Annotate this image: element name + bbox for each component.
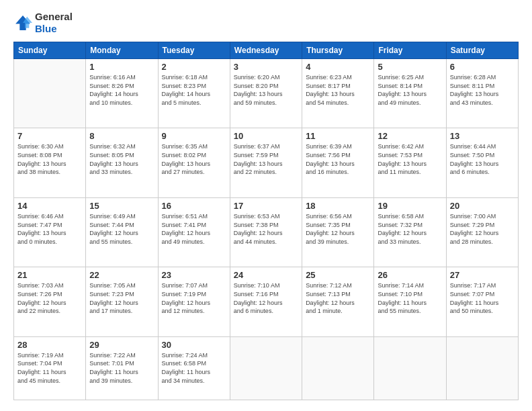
day-info: Sunrise: 6:32 AMSunset: 8:05 PMDaylight:… [89, 142, 154, 176]
day-number: 16 [162, 201, 226, 211]
day-number: 14 [17, 201, 82, 211]
day-cell: 20Sunrise: 7:00 AMSunset: 7:29 PMDayligh… [446, 197, 518, 267]
day-info: Sunrise: 6:30 AMSunset: 8:08 PMDaylight:… [17, 142, 82, 176]
day-cell [14, 59, 86, 128]
calendar-table: SundayMondayTuesdayWednesdayThursdayFrid… [13, 42, 519, 400]
weekday-header-row: SundayMondayTuesdayWednesdayThursdayFrid… [14, 42, 519, 59]
day-cell: 30Sunrise: 7:24 AMSunset: 6:58 PMDayligh… [158, 336, 230, 400]
day-cell: 12Sunrise: 6:42 AMSunset: 7:53 PMDayligh… [374, 128, 446, 197]
day-number: 22 [89, 270, 154, 280]
day-number: 9 [162, 131, 226, 141]
day-number: 17 [234, 201, 298, 211]
day-info: Sunrise: 6:58 AMSunset: 7:32 PMDaylight:… [378, 212, 442, 246]
weekday-header-friday: Friday [374, 42, 446, 59]
day-cell: 2Sunrise: 6:18 AMSunset: 8:23 PMDaylight… [158, 59, 230, 128]
day-number: 26 [378, 270, 442, 280]
day-info: Sunrise: 6:51 AMSunset: 7:41 PMDaylight:… [162, 212, 226, 246]
day-info: Sunrise: 6:18 AMSunset: 8:23 PMDaylight:… [162, 73, 226, 107]
day-cell: 7Sunrise: 6:30 AMSunset: 8:08 PMDaylight… [14, 128, 86, 197]
day-cell [374, 336, 446, 400]
day-info: Sunrise: 7:03 AMSunset: 7:26 PMDaylight:… [17, 281, 82, 315]
day-info: Sunrise: 6:16 AMSunset: 8:26 PMDaylight:… [89, 73, 154, 107]
weekday-header-tuesday: Tuesday [158, 42, 230, 59]
day-cell: 6Sunrise: 6:28 AMSunset: 8:11 PMDaylight… [446, 59, 518, 128]
day-cell: 27Sunrise: 7:17 AMSunset: 7:07 PMDayligh… [446, 267, 518, 336]
page: General Blue SundayMondayTuesdayWednesda… [0, 0, 532, 411]
day-cell: 9Sunrise: 6:35 AMSunset: 8:02 PMDaylight… [158, 128, 230, 197]
day-number: 24 [234, 270, 298, 280]
day-cell [446, 336, 518, 400]
day-number: 28 [17, 340, 82, 350]
day-number: 12 [378, 131, 442, 141]
weekday-header-sunday: Sunday [14, 42, 86, 59]
day-info: Sunrise: 6:44 AMSunset: 7:50 PMDaylight:… [450, 142, 515, 176]
day-info: Sunrise: 7:14 AMSunset: 7:10 PMDaylight:… [378, 281, 442, 315]
logo: General Blue [13, 11, 73, 35]
logo-icon [13, 13, 32, 32]
day-info: Sunrise: 7:12 AMSunset: 7:13 PMDaylight:… [306, 281, 370, 315]
week-row-3: 21Sunrise: 7:03 AMSunset: 7:26 PMDayligh… [14, 267, 519, 336]
day-info: Sunrise: 7:19 AMSunset: 7:04 PMDaylight:… [17, 351, 82, 385]
logo-text: General Blue [35, 11, 73, 35]
day-number: 15 [89, 201, 154, 211]
day-number: 5 [378, 62, 442, 72]
day-cell: 23Sunrise: 7:07 AMSunset: 7:19 PMDayligh… [158, 267, 230, 336]
day-number: 21 [17, 270, 82, 280]
day-cell: 10Sunrise: 6:37 AMSunset: 7:59 PMDayligh… [230, 128, 302, 197]
day-cell: 16Sunrise: 6:51 AMSunset: 7:41 PMDayligh… [158, 197, 230, 267]
day-cell: 11Sunrise: 6:39 AMSunset: 7:56 PMDayligh… [302, 128, 374, 197]
week-row-1: 7Sunrise: 6:30 AMSunset: 8:08 PMDaylight… [14, 128, 519, 197]
day-cell: 13Sunrise: 6:44 AMSunset: 7:50 PMDayligh… [446, 128, 518, 197]
day-info: Sunrise: 6:20 AMSunset: 8:20 PMDaylight:… [234, 73, 298, 107]
day-info: Sunrise: 6:46 AMSunset: 7:47 PMDaylight:… [17, 212, 82, 246]
day-cell: 5Sunrise: 6:25 AMSunset: 8:14 PMDaylight… [374, 59, 446, 128]
day-info: Sunrise: 6:37 AMSunset: 7:59 PMDaylight:… [234, 142, 298, 176]
day-info: Sunrise: 6:39 AMSunset: 7:56 PMDaylight:… [306, 142, 370, 176]
day-number: 29 [89, 340, 154, 350]
day-number: 7 [17, 131, 82, 141]
day-cell [302, 336, 374, 400]
day-info: Sunrise: 7:07 AMSunset: 7:19 PMDaylight:… [162, 281, 226, 315]
day-info: Sunrise: 6:56 AMSunset: 7:35 PMDaylight:… [306, 212, 370, 246]
day-info: Sunrise: 7:05 AMSunset: 7:23 PMDaylight:… [89, 281, 154, 315]
day-cell: 26Sunrise: 7:14 AMSunset: 7:10 PMDayligh… [374, 267, 446, 336]
day-info: Sunrise: 7:24 AMSunset: 6:58 PMDaylight:… [162, 351, 226, 385]
day-number: 2 [162, 62, 226, 72]
day-number: 18 [306, 201, 370, 211]
day-number: 13 [450, 131, 515, 141]
day-number: 8 [89, 131, 154, 141]
day-number: 11 [306, 131, 370, 141]
day-cell: 14Sunrise: 6:46 AMSunset: 7:47 PMDayligh… [14, 197, 86, 267]
day-cell: 4Sunrise: 6:23 AMSunset: 8:17 PMDaylight… [302, 59, 374, 128]
day-info: Sunrise: 6:25 AMSunset: 8:14 PMDaylight:… [378, 73, 442, 107]
day-cell: 28Sunrise: 7:19 AMSunset: 7:04 PMDayligh… [14, 336, 86, 400]
day-number: 4 [306, 62, 370, 72]
day-number: 20 [450, 201, 515, 211]
day-cell: 19Sunrise: 6:58 AMSunset: 7:32 PMDayligh… [374, 197, 446, 267]
day-cell: 29Sunrise: 7:22 AMSunset: 7:01 PMDayligh… [86, 336, 158, 400]
day-info: Sunrise: 7:22 AMSunset: 7:01 PMDaylight:… [89, 351, 154, 385]
header: General Blue [13, 11, 519, 35]
day-cell: 18Sunrise: 6:56 AMSunset: 7:35 PMDayligh… [302, 197, 374, 267]
day-info: Sunrise: 6:42 AMSunset: 7:53 PMDaylight:… [378, 142, 442, 176]
day-cell: 8Sunrise: 6:32 AMSunset: 8:05 PMDaylight… [86, 128, 158, 197]
day-info: Sunrise: 6:35 AMSunset: 8:02 PMDaylight:… [162, 142, 226, 176]
day-info: Sunrise: 6:49 AMSunset: 7:44 PMDaylight:… [89, 212, 154, 246]
day-cell: 17Sunrise: 6:53 AMSunset: 7:38 PMDayligh… [230, 197, 302, 267]
day-cell: 22Sunrise: 7:05 AMSunset: 7:23 PMDayligh… [86, 267, 158, 336]
weekday-header-thursday: Thursday [302, 42, 374, 59]
day-info: Sunrise: 7:17 AMSunset: 7:07 PMDaylight:… [450, 281, 515, 315]
day-number: 30 [162, 340, 226, 350]
day-number: 23 [162, 270, 226, 280]
day-number: 10 [234, 131, 298, 141]
day-cell: 1Sunrise: 6:16 AMSunset: 8:26 PMDaylight… [86, 59, 158, 128]
day-info: Sunrise: 6:53 AMSunset: 7:38 PMDaylight:… [234, 212, 298, 246]
day-cell: 21Sunrise: 7:03 AMSunset: 7:26 PMDayligh… [14, 267, 86, 336]
day-info: Sunrise: 7:10 AMSunset: 7:16 PMDaylight:… [234, 281, 298, 315]
week-row-2: 14Sunrise: 6:46 AMSunset: 7:47 PMDayligh… [14, 197, 519, 267]
weekday-header-monday: Monday [86, 42, 158, 59]
day-number: 27 [450, 270, 515, 280]
day-cell: 3Sunrise: 6:20 AMSunset: 8:20 PMDaylight… [230, 59, 302, 128]
day-number: 6 [450, 62, 515, 72]
day-number: 1 [89, 62, 154, 72]
